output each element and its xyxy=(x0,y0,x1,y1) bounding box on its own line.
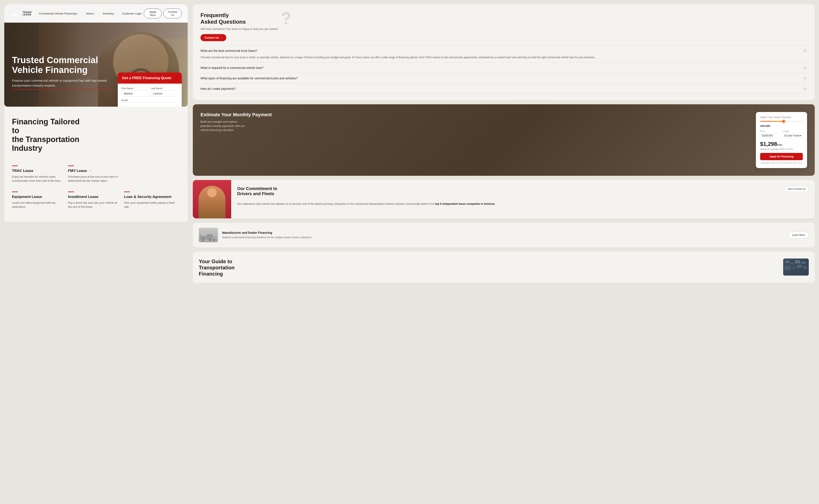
commitment-text: Our experience and volume has allowed us… xyxy=(237,202,809,206)
calc-price-field: Price $108,000 xyxy=(760,130,780,138)
form-body: First Name* Last Name* Email* xyxy=(118,84,182,107)
commitment-bold-text: top 5 independent lease companies in Ame… xyxy=(435,202,495,205)
faq-close-icon-1[interactable]: × xyxy=(803,49,807,53)
svg-rect-18 xyxy=(784,266,791,270)
svg-point-9 xyxy=(209,239,211,241)
learn-more-button[interactable]: Learn More xyxy=(789,232,809,238)
apply-financing-button[interactable]: Apply for Financing xyxy=(760,153,803,160)
apply-now-button[interactable]: Apply Now xyxy=(144,9,162,18)
nav-actions: Apply Now Contact Us xyxy=(144,9,182,18)
svg-point-8 xyxy=(202,239,204,241)
logo[interactable]: TRANS LEASE xyxy=(10,10,32,17)
faq-question-3: What types of financing are available fo… xyxy=(200,77,803,80)
calc-slider-thumb[interactable] xyxy=(782,120,785,123)
manufacturer-content: Manufacturer and Dealer Financing Explor… xyxy=(222,231,784,239)
last-name-input[interactable] xyxy=(151,90,178,97)
left-panel: TRANS LEASE Commercial Vehicle Financing… xyxy=(4,4,188,500)
guide-title: Your Guide to Transportation Financing xyxy=(199,259,778,277)
loan-security-desc: Own your equipment while paying a fixed … xyxy=(124,201,176,209)
calc-fields-row: Price $108,000 Length 20 year Fixed ▾ xyxy=(760,130,803,138)
faq-expand-icon-3[interactable]: + xyxy=(803,76,807,80)
logo-text-line2: LEASE xyxy=(23,13,32,16)
financing-bar-4 xyxy=(68,192,74,192)
calculator-title: Estimate Your Monthly Payment xyxy=(200,112,747,118)
chevron-down-icon-2: ▾ xyxy=(94,12,95,15)
manufacturer-section: Manufacturer and Dealer Financing Explor… xyxy=(193,223,815,247)
first-name-input[interactable] xyxy=(122,90,149,97)
svg-rect-20 xyxy=(797,265,802,268)
svg-rect-21 xyxy=(803,266,807,269)
calc-price-value: $108,000 xyxy=(760,133,780,138)
faq-question-1: What are the best commercial truck loans… xyxy=(200,49,803,52)
loan-security-title: Loan & Security Agreement xyxy=(124,195,176,199)
fmv-lease-desc: Purchase price at the end of your term i… xyxy=(68,175,120,183)
calc-length-label: Length xyxy=(783,130,803,132)
trac-lease-desc: Enjoy tax benefits for vehicles used com… xyxy=(12,175,64,183)
calc-based-on: based on average APR of 6.5% xyxy=(760,148,803,150)
right-panel: Frequently Asked Questions Still have qu… xyxy=(193,4,815,500)
form-title: Get a FREE Financing Quote xyxy=(122,76,177,80)
calc-price-label: Price xyxy=(760,130,780,132)
faq-item-3[interactable]: What types of financing are available fo… xyxy=(200,73,807,84)
calc-slider-track xyxy=(760,121,803,122)
guide-pattern-icon xyxy=(783,259,809,276)
nav-links: Commercial Vehicle Financing ▾ About ▾ I… xyxy=(37,11,144,16)
form-header: Get a FREE Financing Quote xyxy=(118,73,182,84)
form-name-row: First Name* Last Name* xyxy=(122,87,178,97)
financing-bar-3 xyxy=(12,192,18,192)
contact-us-button[interactable]: Contact Us xyxy=(163,9,182,18)
svg-marker-3 xyxy=(13,12,14,13)
financing-quote-form: Get a FREE Financing Quote First Name* L… xyxy=(118,73,182,107)
calculator-section: Estimate Your Monthly Payment Build your… xyxy=(193,104,815,176)
commitment-content: Our Commitment to Drivers and Fleets Get… xyxy=(231,180,815,218)
nav-commercial-vehicle[interactable]: Commercial Vehicle Financing ▾ xyxy=(37,11,80,16)
chevron-down-icon: ▾ xyxy=(77,12,78,15)
faq-number-display: ? xyxy=(281,10,291,27)
trac-lease-item: TRAC Lease Enjoy tax benefits for vehicl… xyxy=(12,161,68,187)
faq-expand-icon-2[interactable]: + xyxy=(803,66,807,70)
faq-expand-icon-4[interactable]: + xyxy=(803,87,807,91)
fmv-lease-item: FMV Lease → Purchase price at the end of… xyxy=(68,161,124,187)
get-to-know-button[interactable]: Get to Know Us xyxy=(784,186,809,192)
nav-customer-login[interactable]: Customer Login xyxy=(120,11,144,16)
commitment-image xyxy=(193,180,231,218)
equipment-lease-title: Equipment Lease xyxy=(12,195,64,199)
faq-section: Frequently Asked Questions Still have qu… xyxy=(193,4,815,100)
faq-contact-button[interactable]: Contact Us → xyxy=(200,34,226,41)
installment-lease-desc: Pay a fixed rate and own your vehicle at… xyxy=(68,201,120,209)
nav-about[interactable]: About ▾ xyxy=(84,11,97,16)
financing-section-title: Financing Tailored to the Transportation… xyxy=(12,117,89,153)
faq-question-2: What is required for a commercial vehicl… xyxy=(200,66,803,70)
trac-lease-title: TRAC Lease xyxy=(12,169,64,173)
email-label: Email* xyxy=(122,99,178,102)
faq-question-4: How do I make payments? xyxy=(200,87,803,90)
commitment-section: Our Commitment to Drivers and Fleets Get… xyxy=(193,180,815,218)
financing-bar-5 xyxy=(124,192,130,192)
faq-header: Frequently Asked Questions Still have qu… xyxy=(200,12,807,41)
calc-card-title: Adjust Your Down Payment xyxy=(760,116,803,119)
chevron-down-icon-calc: ▾ xyxy=(800,134,801,137)
calc-slider[interactable] xyxy=(760,121,803,122)
nav-inventory[interactable]: Inventory xyxy=(101,11,116,16)
faq-question-1-row: What are the best commercial truck loans… xyxy=(200,46,807,54)
calc-amount: 425,000 xyxy=(760,124,803,128)
last-name-group: Last Name* xyxy=(151,87,178,97)
faq-item-2[interactable]: What is required for a commercial vehicl… xyxy=(200,63,807,73)
svg-rect-5 xyxy=(201,232,207,236)
email-input[interactable] xyxy=(122,102,178,107)
placeholder-item xyxy=(124,161,180,187)
svg-rect-16 xyxy=(795,260,800,263)
faq-item-4[interactable]: How do I make payments? + xyxy=(200,84,807,94)
truck-icon xyxy=(199,228,218,242)
nav-divider-2 xyxy=(99,12,99,15)
navbar: TRANS LEASE Commercial Vehicle Financing… xyxy=(4,4,188,23)
faq-item-1[interactable]: What are the best commercial truck loans… xyxy=(200,46,807,63)
faq-answer-1: The best commercial loan for your truck … xyxy=(200,54,807,60)
required-mark: * xyxy=(133,87,134,90)
calc-length-select[interactable]: 20 year Fixed ▾ xyxy=(783,133,803,138)
calculator-card: Adjust Your Down Payment 425,000 Price $… xyxy=(756,112,807,168)
faq-subtitle: Still have questions? Our team is happy … xyxy=(200,27,278,31)
financing-bar xyxy=(12,166,18,166)
email-group: Email* xyxy=(122,99,178,107)
svg-rect-15 xyxy=(791,263,794,264)
